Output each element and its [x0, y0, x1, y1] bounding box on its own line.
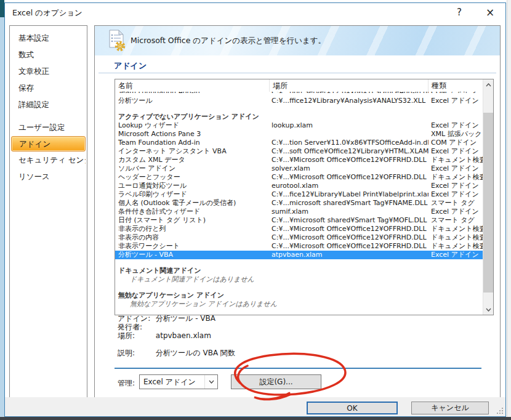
addin-name: ソルバー アドイン	[115, 164, 269, 173]
addin-row[interactable]: 分析ツールC:¥...ffice12¥Library¥Analysis¥ANAL…	[115, 97, 483, 105]
addin-name: 個人名 (Outlook 電子メールの受信者)	[115, 199, 269, 208]
addin-type: ドキュメント検査	[429, 242, 483, 251]
addin-name: Team Foundation Add-in	[115, 139, 269, 147]
addin-name: カスタム XML データ	[115, 156, 269, 164]
addin-name: インターネット アシスタント VBA	[115, 147, 269, 156]
addin-type: Excel アドイン	[429, 164, 483, 173]
addin-row[interactable]: 非表示の行と列C:¥...¥Microsoft Office¥Office12¥…	[115, 225, 483, 233]
addin-row[interactable]: 非表示ワークシートC:¥...¥Microsoft Office¥Office1…	[115, 242, 483, 251]
addin-name: Microsoft Actions Pane 3	[115, 130, 269, 139]
addin-location: C:¥...tion Server¥12.0¥x86¥TFSOfficeAdd-…	[269, 92, 429, 93]
addin-type: Excel アドイン	[429, 190, 483, 199]
sidebar-list: 基本設定数式文章校正保存詳細設定ユーザー設定アドインセキュリティ センターリソー…	[10, 30, 87, 185]
background-excel-window	[0, 0, 4, 420]
addins-panel: Microsoft Office のアドインの表示と管理を行います。 アドイン …	[94, 25, 501, 398]
list-note: 無効なアプリケーション アドインはありません	[115, 300, 483, 309]
addin-type: Excel アドイン	[429, 97, 483, 105]
manage-divider	[115, 368, 481, 369]
detail-description-label: 説明:	[118, 348, 153, 358]
sidebar-item-resources[interactable]: リソース	[11, 169, 86, 185]
addin-type: ドキュメント検査	[429, 156, 483, 164]
close-icon[interactable]: ×	[480, 4, 501, 20]
addin-row[interactable]: 日付 (スマート タグ リスト)C:¥...¥microsoft shared¥…	[115, 216, 483, 225]
addin-row[interactable]: 非表示の内容C:¥...¥Microsoft Office¥Office12¥O…	[115, 233, 483, 242]
addin-name: 非表示ワークシート	[115, 242, 269, 251]
scroll-up-icon[interactable]	[483, 79, 493, 90]
manage-dropdown-value: Excel アドイン	[140, 375, 204, 389]
sidebar-item-proofing[interactable]: 文章校正	[11, 63, 86, 79]
detail-addin-value: 分析ツール - VBA	[156, 314, 215, 323]
addin-row[interactable]: Microsoft Actions Pane 3XML 拡張パック	[115, 130, 483, 139]
addin-location	[269, 130, 429, 139]
addin-type: Excel アドイン	[429, 182, 483, 190]
addin-row[interactable]: 個人名 (Outlook 電子メールの受信者)C:¥...microsoft s…	[115, 199, 483, 208]
manage-dropdown[interactable]: Excel アドイン	[139, 374, 218, 389]
addin-type: COM アドイン	[429, 139, 483, 147]
sidebar-item-customize[interactable]: ユーザー設定	[11, 119, 86, 135]
addin-name: 非表示の行と列	[115, 225, 269, 233]
addin-list-header: 名前 場所 種類	[115, 79, 483, 92]
addin-row[interactable]: インターネット アシスタント VBAC:¥...soft Office¥Offi…	[115, 147, 483, 156]
detail-description: 説明: 分析ツールの VBA 関数	[118, 348, 235, 358]
list-note: ドキュメント関連アドインはありません	[115, 275, 483, 284]
addin-location: C:¥...soft Office¥Office12¥Library¥HTML.…	[269, 147, 429, 156]
scroll-down-icon[interactable]	[483, 304, 493, 315]
sidebar-item-advanced[interactable]: 詳細設定	[11, 97, 86, 113]
cancel-button[interactable]: キャンセル	[411, 402, 489, 414]
background-excel-corner	[0, 0, 4, 17]
addin-location: C:¥...¥Microsoft Office¥Office12¥OFFRHD.…	[269, 156, 429, 164]
addin-row[interactable]: ヘッダーとフッターC:¥...¥Microsoft Office¥Office1…	[115, 173, 483, 182]
addin-row[interactable]: Team Foundation Add-inC:¥...tion Server¥…	[115, 139, 483, 147]
addin-name: 非表示の内容	[115, 233, 269, 242]
dialog-title: Excel のオプション	[12, 8, 82, 18]
list-spacer	[115, 105, 483, 113]
addin-location: C:¥...¥Microsoft Office¥Office12¥OFFRHD.…	[269, 242, 429, 251]
addin-name: 分析ツール - VBA	[115, 251, 269, 259]
addin-name: 分析ツール	[115, 97, 269, 105]
addin-row[interactable]: カスタム XML データC:¥...¥Microsoft Office¥Offi…	[115, 156, 483, 164]
chevron-down-icon[interactable]	[204, 375, 217, 389]
sidebar-item-save[interactable]: 保存	[11, 80, 86, 96]
column-header-name[interactable]: 名前	[115, 79, 269, 92]
addin-row[interactable]: Team Foundation Add-inC:¥...tion Server¥…	[115, 92, 483, 97]
addin-row[interactable]: 条件付き合計式ウィザードsumif.xlamExcel アドイン	[115, 208, 483, 216]
addin-type: Excel アドイン	[429, 147, 483, 156]
addin-name: 条件付き合計式ウィザード	[115, 208, 269, 216]
background-right-strip	[507, 0, 511, 420]
addin-row[interactable]: ラベル印刷ウィザードC:¥...fice12¥Library¥Label Pri…	[115, 190, 483, 199]
addin-location: C:¥...ffice12¥Library¥Analysis¥ANALYS32.…	[269, 97, 429, 105]
column-header-type[interactable]: 種類	[428, 79, 483, 92]
help-button[interactable]: ?	[449, 4, 470, 20]
title-bar: Excel のオプション ? ×	[5, 3, 505, 22]
column-header-location[interactable]: 場所	[269, 79, 428, 92]
scrollbar-thumb[interactable]	[483, 113, 493, 293]
addin-location: C:¥...tion Server¥11.0¥x86¥TFSOfficeAdd-…	[269, 139, 429, 147]
addin-type: ドキュメント検査	[429, 225, 483, 233]
list-section-header: アクティブでないアプリケーション アドイン	[115, 113, 483, 121]
addin-type: COM アドイン	[429, 92, 483, 93]
sidebar-item-trust-center[interactable]: セキュリティ センター	[11, 152, 86, 168]
list-spacer	[115, 284, 483, 291]
list-scrollbar[interactable]	[483, 79, 493, 315]
addin-row[interactable]: ユーロ通貨対応ツールeurotool.xlamExcel アドイン	[115, 182, 483, 190]
addin-location: C:¥...¥Microsoft Office¥Office12¥OFFRHD.…	[269, 233, 429, 242]
go-settings-button[interactable]: 設定(G)...	[231, 374, 321, 389]
addin-name: Lookup ウィザード	[115, 121, 269, 130]
sidebar-item-general[interactable]: 基本設定	[11, 30, 86, 46]
addin-row[interactable]: 分析ツール - VBAatpvbaen.xlamExcel アドイン	[115, 251, 483, 259]
detail-location-value: atpvbaen.xlam	[156, 331, 211, 340]
resize-grip[interactable]	[497, 408, 504, 414]
addin-type: スマート タグ	[429, 199, 483, 208]
addin-name: Team Foundation Add-in	[115, 92, 269, 93]
addin-location: C:¥...¥Microsoft Office¥Office12¥OFFRHD.…	[269, 173, 429, 182]
addin-row[interactable]: ソルバー アドインsolver.xlamExcel アドイン	[115, 164, 483, 173]
addin-location: solver.xlam	[269, 164, 429, 173]
manage-label: 管理:	[118, 378, 135, 389]
addin-document-gear-icon	[106, 30, 128, 52]
list-section-header: ドキュメント関連アドイン	[115, 267, 483, 275]
sidebar-item-addins[interactable]: アドイン	[11, 136, 86, 151]
sidebar-item-formulas[interactable]: 数式	[11, 47, 86, 63]
ok-button[interactable]: OK	[307, 402, 398, 414]
addin-list-body: Team Foundation Add-inC:¥...tion Server¥…	[115, 92, 483, 315]
addin-row[interactable]: Lookup ウィザードlookup.xlamExcel アドイン	[115, 121, 483, 130]
